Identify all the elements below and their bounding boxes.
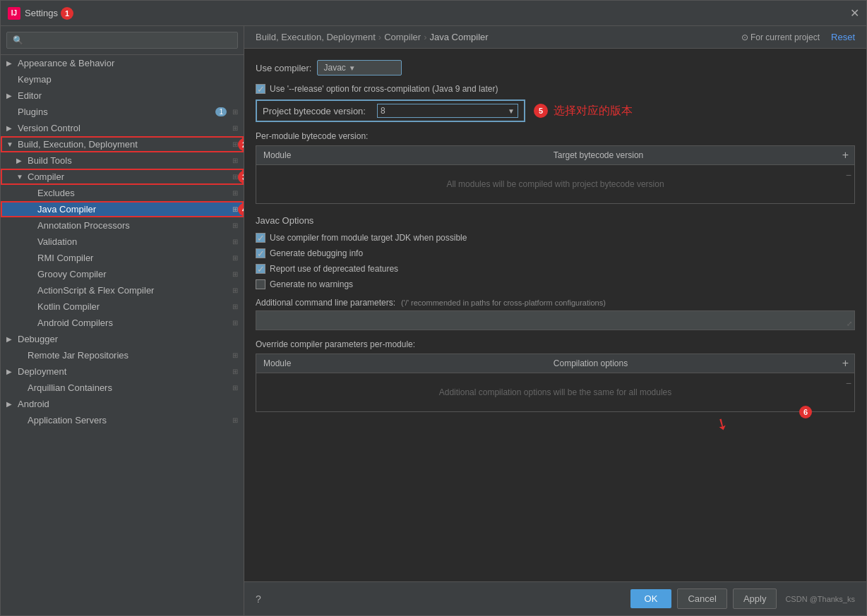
sidebar-item-debugger[interactable]: ▶ Debugger	[1, 331, 244, 347]
sidebar-label-android: Android	[18, 399, 238, 409]
use-compiler-label: Use compiler:	[256, 63, 311, 73]
search-bar	[1, 26, 244, 55]
sidebar-item-android-compilers[interactable]: Android Compilers ⊞	[1, 315, 244, 331]
plugins-badge: 1	[215, 107, 227, 116]
help-button[interactable]: ?	[256, 593, 261, 605]
sidebar-label-arquillian: Arquillian Containers	[28, 382, 229, 393]
checkbox-1[interactable]: ✓	[256, 84, 265, 94]
sidebar-label-validation: Validation	[37, 236, 229, 247]
chinese-text: 选择对应的版本	[554, 104, 633, 119]
annotation-5: 5	[534, 104, 548, 118]
arquillian-copy-icon: ⊞	[232, 384, 238, 392]
sidebar-item-java-compiler[interactable]: Java Compiler ⊞	[1, 201, 244, 217]
cmdline-input-wrap: ⤢	[256, 310, 855, 330]
breadcrumb-right: ⊙ For current project Reset	[741, 32, 855, 42]
checkbox-3[interactable]: ✓	[256, 248, 265, 258]
table2-empty-msg: Additional compilation options will be t…	[256, 373, 854, 411]
table2-add-button[interactable]: +	[837, 354, 854, 373]
sidebar-item-compiler[interactable]: ▼ Compiler ⊞	[1, 169, 244, 185]
sidebar-label-anno: Annotation Processors	[37, 220, 229, 231]
sidebar-item-validation[interactable]: Validation ⊞	[1, 234, 244, 250]
bytecode-version-box: Project bytecode version: ▼	[256, 99, 525, 122]
sidebar-item-actionscript[interactable]: ActionScript & Flex Compiler ⊞	[1, 282, 244, 298]
sidebar-label-java-compiler: Java Compiler	[37, 204, 229, 215]
expand-icon-build: ▼	[6, 140, 16, 148]
excludes-copy-icon: ⊞	[232, 189, 238, 197]
table1-col2: Target bytecode version	[546, 146, 837, 164]
sidebar-label-build: Build, Execution, Deployment	[18, 139, 229, 150]
sidebar-label-deployment: Deployment	[18, 366, 229, 377]
table1-add-button[interactable]: +	[837, 146, 854, 164]
cmdline-input[interactable]	[256, 310, 855, 330]
breadcrumb-sep2: ›	[424, 32, 426, 42]
sidebar-item-build-tools[interactable]: ▶ Build Tools ⊞	[1, 152, 244, 169]
table1-empty-msg: All modules will be compiled with projec…	[256, 165, 854, 203]
title-bar: IJ Settings 1 ✕	[1, 1, 866, 26]
kotlin-copy-icon: ⊞	[232, 303, 238, 310]
sidebar-item-rmi[interactable]: RMI Compiler ⊞	[1, 250, 244, 266]
annotation-6: 6	[799, 406, 812, 418]
checkbox-2[interactable]: ✓	[256, 233, 265, 243]
arrow-6-wrap: ➘	[256, 415, 855, 433]
sidebar-item-annotation-proc[interactable]: Annotation Processors ⊞	[1, 217, 244, 234]
cmdline-label: Additional command line parameters:	[256, 298, 395, 308]
sidebar-label-plugins: Plugins	[18, 107, 215, 117]
search-input[interactable]	[6, 32, 238, 49]
sidebar-item-build[interactable]: ▼ Build, Execution, Deployment ⊞	[1, 136, 244, 152]
cmdline-label-row: Additional command line parameters: ('/'…	[256, 298, 855, 308]
sidebar-item-kotlin[interactable]: Kotlin Compiler ⊞	[1, 298, 244, 315]
table1-scroll: −	[843, 167, 854, 183]
close-button[interactable]: ✕	[850, 6, 859, 20]
sidebar-item-excludes[interactable]: Excludes ⊞	[1, 185, 244, 201]
panel-content: Use compiler: Javac ▼ ✓ Use '--release' …	[244, 49, 866, 581]
sidebar-item-java-compiler-wrap: Java Compiler ⊞ 4	[1, 201, 244, 217]
sidebar-item-arquillian[interactable]: Arquillian Containers ⊞	[1, 380, 244, 396]
sidebar-item-editor[interactable]: ▶ Editor	[1, 87, 244, 104]
bytecode-label: Project bytecode version:	[263, 106, 366, 116]
table1-body: All modules will be compiled with projec…	[256, 165, 854, 203]
checkbox-4[interactable]: ✓	[256, 264, 265, 274]
sidebar-label-android-compilers: Android Compilers	[37, 318, 229, 328]
sidebar-label-remote-jar: Remote Jar Repositories	[28, 350, 229, 361]
compiler-select[interactable]: Javac ▼	[317, 60, 402, 76]
apply-button[interactable]: Apply	[733, 588, 777, 609]
cmdline-note: ('/' recommended in paths for cross-plat…	[401, 298, 606, 307]
sidebar-item-keymap[interactable]: Keymap	[1, 71, 244, 87]
module-table-1: Module Target bytecode version + All mod…	[256, 145, 855, 204]
bytecode-input[interactable]	[381, 106, 505, 116]
sidebar-item-groovy[interactable]: Groovy Compiler ⊞	[1, 266, 244, 282]
sidebar-item-app-servers[interactable]: Application Servers ⊞	[1, 412, 244, 428]
bytecode-input-wrap: ▼	[377, 104, 518, 118]
sidebar: ▶ Appearance & Behavior Keymap ▶ Editor …	[1, 26, 244, 615]
plugins-copy-icon: ⊞	[232, 108, 238, 116]
use-compiler-row: Use compiler: Javac ▼	[256, 60, 855, 76]
cmdline-row: Additional command line parameters: ('/'…	[256, 298, 855, 330]
ok-button[interactable]: OK	[630, 589, 672, 608]
sidebar-label-app-servers: Application Servers	[28, 415, 229, 425]
sidebar-item-appearance[interactable]: ▶ Appearance & Behavior	[1, 55, 244, 71]
bytecode-version-row: Project bytecode version: ▼ 5 选择对应的版本	[256, 99, 855, 122]
expand-icon-editor: ▶	[6, 92, 16, 99]
sidebar-item-deployment[interactable]: ▶ Deployment ⊞	[1, 363, 244, 380]
table1-col1: Module	[256, 146, 546, 164]
sidebar-item-remote-jar[interactable]: Remote Jar Repositories ⊞	[1, 347, 244, 363]
checkbox-5[interactable]	[256, 279, 265, 289]
right-panel: Build, Execution, Deployment › Compiler …	[244, 26, 866, 615]
compiler-select-arrow: ▼	[349, 64, 356, 72]
sidebar-item-plugins[interactable]: Plugins 1 ⊞	[1, 104, 244, 120]
reset-button[interactable]: Reset	[831, 32, 855, 42]
deployment-copy-icon: ⊞	[232, 368, 238, 375]
settings-window: IJ Settings 1 ✕ ▶ Appearance & Behavior …	[0, 0, 867, 616]
cancel-button[interactable]: Cancel	[677, 588, 727, 609]
for-current-label: ⊙ For current project	[741, 32, 820, 42]
sidebar-label-editor: Editor	[18, 90, 238, 101]
expand-cmdline-icon: ⤢	[847, 320, 852, 327]
annotation-6-area: 6	[799, 406, 812, 418]
build-copy-icon: ⊞	[232, 140, 238, 148]
table2-header: Module Compilation options +	[256, 354, 854, 373]
sidebar-label-appearance: Appearance & Behavior	[18, 58, 238, 68]
checkbox-5-label: Generate no warnings	[270, 279, 353, 289]
sidebar-item-android[interactable]: ▶ Android	[1, 396, 244, 412]
sidebar-item-version-control[interactable]: ▶ Version Control ⊞	[1, 120, 244, 136]
per-module-label: Per-module bytecode version:	[256, 131, 368, 141]
